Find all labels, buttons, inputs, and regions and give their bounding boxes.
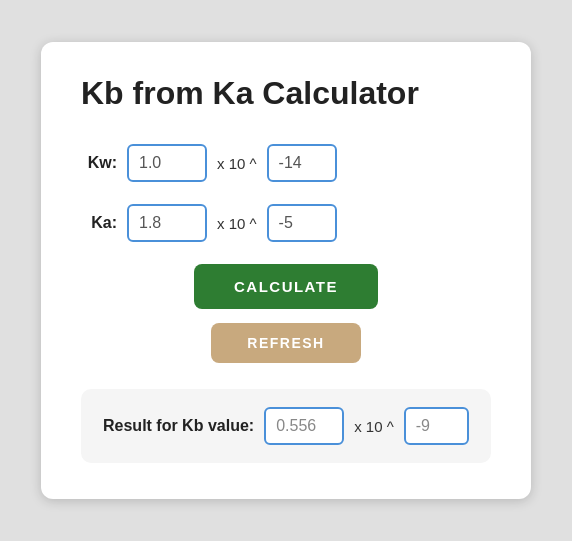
refresh-button[interactable]: REFRESH	[211, 323, 360, 363]
ka-times-label: x 10 ^	[217, 215, 257, 232]
ka-mantissa-input[interactable]	[127, 204, 207, 242]
result-times-label: x 10 ^	[354, 418, 394, 435]
result-exponent-input[interactable]	[404, 407, 469, 445]
ka-label: Ka:	[81, 214, 117, 232]
ka-exponent-input[interactable]	[267, 204, 337, 242]
result-label: Result for Kb value:	[103, 417, 254, 435]
buttons-row: CALCULATE REFRESH	[81, 264, 491, 363]
ka-row: Ka: x 10 ^	[81, 204, 491, 242]
result-mantissa-input[interactable]	[264, 407, 344, 445]
kw-mantissa-input[interactable]	[127, 144, 207, 182]
calculate-button[interactable]: CALCULATE	[194, 264, 378, 309]
kw-exponent-input[interactable]	[267, 144, 337, 182]
result-section: Result for Kb value: x 10 ^	[81, 389, 491, 463]
page-title: Kb from Ka Calculator	[81, 74, 491, 112]
kw-label: Kw:	[81, 154, 117, 172]
kw-row: Kw: x 10 ^	[81, 144, 491, 182]
calculator-card: Kb from Ka Calculator Kw: x 10 ^ Ka: x 1…	[41, 42, 531, 499]
kw-times-label: x 10 ^	[217, 155, 257, 172]
